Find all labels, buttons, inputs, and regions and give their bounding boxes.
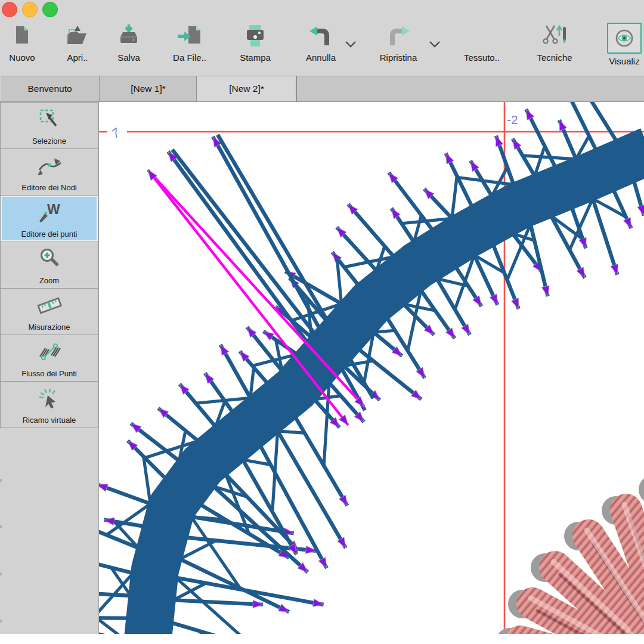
sidebar-item-zoom[interactable]: Zoom xyxy=(1,242,98,289)
tab-label: Benvenuto xyxy=(27,83,72,94)
svg-text:W: W xyxy=(47,202,60,217)
techniques-icon xyxy=(541,23,568,50)
design-canvas-area[interactable]: 7-2 xyxy=(99,102,644,634)
tab-label: [New 1]* xyxy=(131,83,166,94)
sidebar-item-flusso-dei-punti[interactable]: Flusso dei Punti xyxy=(1,335,98,382)
fabric-button[interactable]: Tessuto.. xyxy=(453,23,510,63)
open-button[interactable]: Apri.. xyxy=(49,23,106,63)
sidebar-item-label: Editore dei punti xyxy=(21,230,78,239)
sidebar-tick xyxy=(0,620,2,623)
node-editor-icon xyxy=(36,149,63,183)
toolbar-label: Ripristina xyxy=(380,52,417,63)
print-button[interactable]: Stampa xyxy=(227,23,284,63)
undo-dropdown-chevron[interactable] xyxy=(344,39,357,49)
main-toolbar: Nuovo Apri.. Salva xyxy=(0,0,644,76)
embroidery-canvas[interactable]: 7-2 xyxy=(99,102,644,634)
sidebar-item-editore-dei-nodi[interactable]: Editore dei Nodi xyxy=(1,149,98,196)
stitch-flow-icon xyxy=(36,335,63,369)
tool-column: Selezione Editore dei Nodi W xyxy=(0,102,98,428)
tab-new-1[interactable]: [New 1]* xyxy=(100,76,197,101)
virtual-embroidery-icon xyxy=(36,382,63,416)
toolbar-label: Annulla xyxy=(306,52,336,63)
undo-icon xyxy=(307,23,335,50)
toolbar-label: Tessuto.. xyxy=(464,52,500,63)
open-folder-icon xyxy=(64,23,91,50)
toolbar-label: Da File.. xyxy=(173,52,206,63)
toolbar-label: Apri.. xyxy=(67,52,88,63)
sidebar-item-selezione[interactable]: Selezione xyxy=(1,103,98,149)
measure-icon xyxy=(36,289,63,323)
from-file-button[interactable]: Da File.. xyxy=(161,23,218,63)
save-icon xyxy=(115,23,143,50)
toolbar-label: Nuovo xyxy=(9,52,35,63)
stitch-editor-icon: W xyxy=(36,196,63,230)
app-window: { "window": { "traffic_lights": { "close… xyxy=(0,0,644,644)
zoom-tool-icon xyxy=(36,242,63,276)
sidebar-tick xyxy=(0,572,2,575)
eye-icon xyxy=(607,23,642,54)
guide-label-horizontal: 7 xyxy=(109,125,123,141)
selection-icon xyxy=(36,103,63,137)
toolbar-label: Visualiz xyxy=(609,56,639,66)
techniques-button[interactable]: Tecniche xyxy=(526,23,583,63)
sidebar-item-label: Zoom xyxy=(39,276,59,285)
save-button[interactable]: Salva xyxy=(100,23,157,63)
flower-stitch-preview xyxy=(496,475,644,634)
import-file-icon xyxy=(176,23,203,50)
tab-benvenuto[interactable]: Benvenuto xyxy=(0,76,100,101)
sidebar-item-label: Editore dei Nodi xyxy=(21,183,77,192)
view-button[interactable]: Visualiz xyxy=(596,23,644,66)
sidebar-item-label: Ricamo virtuale xyxy=(23,416,76,425)
redo-dropdown-chevron[interactable] xyxy=(428,39,441,49)
redo-button[interactable]: Ripristina xyxy=(370,23,427,63)
guide-label-vertical: -2 xyxy=(507,113,518,126)
sidebar-item-label: Flusso dei Punti xyxy=(21,369,77,378)
window-bottom-edge xyxy=(0,634,644,644)
sidebar-item-editore-dei-punti[interactable]: W Editore dei punti xyxy=(1,196,98,242)
new-document-icon xyxy=(8,23,36,50)
sidebar-item-misurazione[interactable]: Misurazione xyxy=(1,289,98,335)
minimize-button[interactable] xyxy=(22,2,38,17)
new-button[interactable]: Nuovo xyxy=(0,23,51,63)
sidebar-item-label: Misurazione xyxy=(28,323,70,332)
sidebar-tick xyxy=(0,525,2,528)
toolbar-label: Salva xyxy=(117,52,140,63)
toolbar-label: Stampa xyxy=(240,52,271,63)
sidebar-item-ricamo-virtuale[interactable]: Ricamo virtuale xyxy=(1,382,98,428)
tabbar-empty-area xyxy=(296,76,644,101)
tool-sidebar: Selezione Editore dei Nodi W xyxy=(0,102,99,634)
printer-icon xyxy=(242,23,269,50)
tab-new-2[interactable]: [New 2]* xyxy=(197,76,296,101)
close-button[interactable] xyxy=(2,2,17,17)
document-tabbar: Benvenuto [New 1]* [New 2]* xyxy=(0,76,644,102)
sidebar-item-label: Selezione xyxy=(32,137,66,145)
fabric-icon xyxy=(468,23,496,50)
redo-icon xyxy=(385,23,412,50)
sidebar-tick xyxy=(0,479,2,482)
zoom-window-button[interactable] xyxy=(42,2,58,17)
toolbar-label: Tecniche xyxy=(537,52,572,63)
undo-button[interactable]: Annulla xyxy=(292,23,349,63)
travel-stitches xyxy=(168,135,373,410)
tab-label: [New 2]* xyxy=(229,83,264,94)
